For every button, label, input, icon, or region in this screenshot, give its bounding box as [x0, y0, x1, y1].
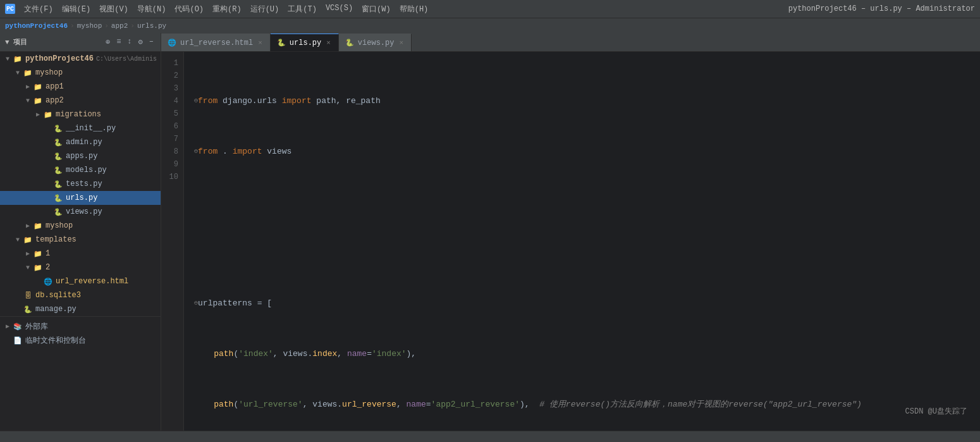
menu-item[interactable]: 窗口(W): [358, 3, 395, 16]
keyword-param: name: [347, 348, 367, 360]
tree-item-folder2[interactable]: ▼ 📁 2: [0, 261, 161, 274]
breadcrumb-item[interactable]: urls.py: [137, 22, 166, 30]
comment: # 使用reverse()方法反向解析，name对于视图的reverse("ap…: [539, 398, 862, 411]
function-name: index: [312, 348, 337, 360]
menu-bar[interactable]: 文件(F)编辑(E)视图(V)导航(N)代码(O)重构(R)运行(U)工具(T)…: [20, 3, 783, 16]
line-numbers: 1 2 3 4 5 6 7 8 9 10: [161, 52, 184, 431]
tree-item-myshop[interactable]: ▼ 📁 myshop: [0, 66, 161, 80]
external-libs-section: ▶ 📚 外部库 📄 临时文件和控制台: [0, 316, 161, 350]
py-file-icon: 🐍: [53, 180, 63, 188]
tree-item-apps-py[interactable]: 🐍 apps.py: [0, 149, 161, 163]
function-name: path: [214, 398, 233, 411]
line-num-8: 8: [161, 145, 183, 158]
path-hint: C:\Users\Adminis: [96, 56, 157, 63]
tree-item-external-libs[interactable]: ▶ 📚 外部库: [0, 319, 161, 333]
variable: urlpatterns: [198, 297, 252, 310]
tree-item-app2[interactable]: ▼ 📁 app2: [0, 94, 161, 107]
function-name: url_reverse: [342, 398, 396, 411]
line-num-10: 10: [161, 171, 183, 183]
code-content[interactable]: ⊖ from django.urls import path , re_path…: [184, 52, 980, 431]
tab-views-py[interactable]: 🐍 views.py ×: [339, 34, 412, 51]
menu-item[interactable]: 运行(U): [247, 3, 283, 16]
sidebar-settings-btn[interactable]: ⚙: [137, 37, 145, 47]
menu-item[interactable]: 文件(F): [20, 3, 57, 16]
tree-label: __init__.py: [66, 124, 116, 133]
tree-item-pythonProject46[interactable]: ▼ 📁 pythonProject46 C:\Users\Adminis: [0, 52, 161, 66]
arrow-icon: ▼: [13, 70, 23, 77]
tree-item-templates[interactable]: ▼ 📁 templates: [0, 233, 161, 247]
tree-item-app1[interactable]: ▶ 📁 app1: [0, 80, 161, 94]
menu-item[interactable]: 视图(V): [95, 3, 132, 16]
html-file-icon: 🌐: [43, 278, 53, 286]
py-file-icon: 🐍: [53, 166, 63, 175]
sidebar-toolbar[interactable]: ⊕ ≡ ↕ ⚙ –: [104, 37, 156, 47]
tab-close-btn[interactable]: ×: [257, 39, 264, 47]
operator: =: [257, 297, 262, 310]
line-num-5: 5: [161, 107, 183, 120]
breadcrumb-item[interactable]: myshop: [77, 22, 102, 30]
tree-item-migrations[interactable]: ▶ 📁 migrations: [0, 107, 161, 121]
code-line-6: path ( 'index' , views . index , name = …: [194, 348, 980, 360]
arrow-icon: ▼: [23, 264, 33, 271]
menu-item[interactable]: 编辑(E): [58, 3, 95, 16]
menu-item[interactable]: VCS(S): [322, 3, 357, 16]
code-line-2: ⊖ from . import views: [194, 145, 980, 158]
sidebar-collapse-btn[interactable]: –: [147, 37, 156, 47]
sidebar-add-btn[interactable]: ⊕: [104, 37, 112, 47]
tree-label: 临时文件和控制台: [25, 335, 86, 346]
code-editor[interactable]: 1 2 3 4 5 6 7 8 9 10 ⊖ from django.urls: [161, 52, 980, 431]
folder-icon: 📁: [33, 97, 43, 105]
import-name: django.urls: [223, 95, 277, 107]
menu-item[interactable]: 帮助(H): [396, 3, 432, 16]
tree-item-url-reverse-html[interactable]: 🌐 url_reverse.html: [0, 274, 161, 288]
breadcrumb: pythonProject46 › myshop › app2 › urls.p…: [0, 18, 980, 33]
tree-item-db-sqlite3[interactable]: 🗄 db.sqlite3: [0, 288, 161, 302]
tree-item-admin-py[interactable]: 🐍 admin.py: [0, 135, 161, 149]
sidebar-sort-btn[interactable]: ↕: [125, 37, 133, 47]
tree-label: admin.py: [66, 138, 102, 147]
import-name: re_path: [346, 95, 381, 107]
tree-item-init-py[interactable]: 🐍 __init__.py: [0, 121, 161, 135]
menu-item[interactable]: 重构(R): [209, 3, 245, 16]
menu-item[interactable]: 导航(N): [133, 3, 170, 16]
tree-item-views-py[interactable]: 🐍 views.py: [0, 205, 161, 219]
tab-url-reverse-html[interactable]: 🌐 url_reverse.html ×: [161, 34, 271, 51]
line-num-7: 7: [161, 133, 183, 145]
tab-close-btn[interactable]: ×: [398, 39, 405, 47]
tree-item-folder1[interactable]: ▶ 📁 1: [0, 247, 161, 261]
code-line-4: [194, 247, 980, 259]
breadcrumb-item[interactable]: pythonProject46: [5, 22, 68, 30]
temp-icon: 📄: [13, 336, 23, 345]
tab-label: views.py: [358, 39, 395, 47]
code-line-5: ⊖ urlpatterns = [: [194, 297, 980, 310]
tree-item-models-py[interactable]: 🐍 models.py: [0, 163, 161, 177]
arrow-icon: ▼: [13, 236, 23, 243]
tree-item-myshop2[interactable]: ▶ 📁 myshop: [0, 219, 161, 233]
breadcrumb-item[interactable]: app2: [111, 22, 128, 30]
db-file-icon: 🗄: [23, 292, 33, 300]
tree-item-temp-files[interactable]: 📄 临时文件和控制台: [0, 333, 161, 347]
tree-item-urls-py[interactable]: 🐍 urls.py: [0, 191, 161, 205]
tree-item-tests-py[interactable]: 🐍 tests.py: [0, 177, 161, 191]
sidebar-list-btn[interactable]: ≡: [114, 37, 123, 47]
string: 'index': [238, 348, 273, 360]
main-area: ▼ 项目 ⊕ ≡ ↕ ⚙ – ▼ 📁 pythonProject46 C:\Us…: [0, 33, 980, 431]
tab-close-btn[interactable]: ×: [325, 39, 332, 47]
py-file-icon: 🐍: [53, 208, 63, 216]
sidebar-header: ▼ 项目 ⊕ ≡ ↕ ⚙ –: [0, 33, 161, 52]
tab-label: url_reverse.html: [180, 39, 253, 47]
menu-item[interactable]: 代码(O): [171, 3, 207, 16]
folder-icon: 📁: [23, 236, 33, 244]
code-line-1: ⊖ from django.urls import path , re_path: [194, 95, 980, 107]
variable: .: [223, 145, 228, 158]
tab-file-icon: 🌐: [168, 39, 176, 47]
arrow-icon: ▼: [23, 97, 33, 104]
py-file-icon: 🐍: [53, 194, 63, 202]
menu-item[interactable]: 工具(T): [284, 3, 321, 16]
tree-item-manage-py[interactable]: 🐍 manage.py: [0, 302, 161, 316]
tree-label: db.sqlite3: [35, 291, 81, 300]
tab-urls-py[interactable]: 🐍 urls.py ×: [271, 34, 339, 51]
line-num-6: 6: [161, 120, 183, 133]
tree-label: myshop: [46, 221, 73, 230]
arrow-icon: ▶: [3, 322, 13, 330]
